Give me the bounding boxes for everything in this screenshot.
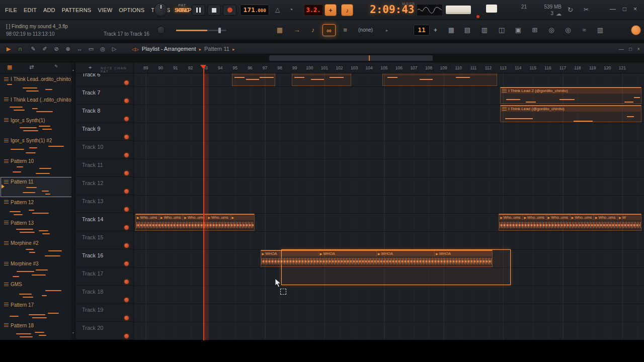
track-header[interactable]: Track 20 bbox=[75, 322, 133, 340]
add-track-button[interactable]: + bbox=[89, 64, 92, 70]
tools-icon[interactable]: ✂ bbox=[584, 6, 589, 13]
audio-clip[interactable]: ▶Who..ums▶Who..ums▶Who..ums▶Who..ums▶ bbox=[135, 214, 255, 231]
track-header[interactable]: Track 14 bbox=[75, 213, 133, 231]
picker-item[interactable]: Pattern 13 bbox=[1, 218, 72, 238]
picker-item[interactable]: Pattern 18 bbox=[1, 321, 72, 340]
paint-tool-icon[interactable]: ✐ bbox=[39, 43, 50, 54]
picker-item[interactable]: Pattern 10 bbox=[1, 156, 72, 176]
track-header[interactable]: Track 10 bbox=[75, 141, 133, 159]
time-display[interactable]: 2:09:43M:S:CS bbox=[370, 4, 415, 16]
menu-view[interactable]: VIEW bbox=[98, 7, 112, 13]
record-arm-dot[interactable] bbox=[124, 225, 129, 230]
playlist-maximize-button[interactable]: □ bbox=[629, 46, 632, 52]
track-header[interactable]: Track 17 bbox=[75, 267, 133, 286]
menu-patterns[interactable]: PATTERNS bbox=[62, 7, 92, 13]
picker-column-labels[interactable]: NOTE CHAN PAT bbox=[101, 66, 133, 73]
menu-file[interactable]: FILE bbox=[5, 7, 17, 13]
playlist-minimize-button[interactable]: — bbox=[619, 46, 624, 52]
pause-button[interactable] bbox=[192, 5, 205, 16]
record-arm-dot[interactable] bbox=[124, 280, 129, 284]
pattern-clip[interactable]: I Think Lead (@gordito_chinito) bbox=[500, 105, 641, 122]
help-round-button[interactable] bbox=[631, 25, 641, 35]
wait-icon[interactable]: ◔ bbox=[289, 6, 293, 13]
pattern-picker-icon[interactable]: ▦ bbox=[445, 24, 458, 36]
record-arm-dot[interactable] bbox=[124, 80, 129, 85]
track-header[interactable]: Track 18 bbox=[75, 286, 133, 304]
plugin-icon[interactable]: ◎ bbox=[545, 24, 558, 36]
record-arm-dot[interactable] bbox=[124, 243, 129, 248]
track-header[interactable]: Track 9 bbox=[75, 123, 133, 141]
arrange-icon[interactable]: → bbox=[290, 24, 303, 36]
record-arm-dot[interactable] bbox=[124, 316, 129, 320]
pattern-plus-button[interactable]: + bbox=[434, 27, 437, 34]
detach-icon[interactable]: ◁▷ bbox=[132, 47, 139, 52]
master-volume-knob[interactable] bbox=[154, 3, 168, 17]
mixer-icon[interactable]: ▥ bbox=[478, 24, 491, 36]
record-arm-dot[interactable] bbox=[124, 189, 129, 194]
select-tool-icon[interactable]: ▭ bbox=[86, 43, 97, 54]
pattern-number-display[interactable]: 11 bbox=[414, 25, 430, 36]
delete-tool-icon[interactable]: ⊘ bbox=[51, 43, 62, 54]
add-pattern-button[interactable]: + bbox=[325, 4, 337, 16]
record-arm-dot[interactable] bbox=[124, 334, 129, 338]
tempo-display[interactable]: 171.000 bbox=[240, 5, 269, 16]
position-display[interactable]: 3.2. bbox=[304, 5, 323, 16]
pat-mode-label[interactable]: PAT bbox=[175, 3, 189, 8]
playhead-marker[interactable] bbox=[200, 65, 206, 69]
track-header[interactable]: Track 12 bbox=[75, 177, 133, 195]
picker-item[interactable]: Morphine #2 bbox=[1, 238, 72, 258]
picker-item[interactable]: GMS bbox=[1, 280, 72, 300]
track-header[interactable]: Track 19 bbox=[75, 304, 133, 322]
channel-rack-icon[interactable]: ▣ bbox=[512, 24, 525, 36]
mute-tool-icon[interactable]: ⊗ bbox=[62, 43, 73, 54]
record-arm-dot[interactable] bbox=[124, 261, 129, 266]
browser-icon[interactable]: ▤ bbox=[461, 24, 474, 36]
picker-item[interactable]: I Think Lead (..rdito_chinito) bbox=[1, 95, 72, 115]
playback-tool-icon[interactable]: ▷ bbox=[109, 43, 120, 54]
knob-icon[interactable]: ◎ bbox=[561, 24, 575, 36]
track-header[interactable]: Track 15 bbox=[75, 231, 133, 249]
playlist-subtitle-text[interactable]: Pattern 11 bbox=[204, 46, 229, 52]
audio-clip[interactable]: ▶Who..ums▶Who..ums▶Who..ums▶Who..ums▶Who… bbox=[499, 214, 641, 231]
sync-icon[interactable]: ↻ bbox=[568, 6, 573, 14]
picker-edit-icon[interactable]: ✎ bbox=[54, 64, 58, 69]
play-tool-icon[interactable]: ▶ bbox=[3, 43, 14, 54]
stepseq-icon[interactable]: ▦ bbox=[273, 24, 286, 36]
picker-item[interactable]: Pattern 12 bbox=[1, 198, 72, 218]
record-arm-dot[interactable] bbox=[124, 117, 129, 121]
track-header[interactable]: Track 16 bbox=[75, 249, 133, 267]
scrollbar-thumb[interactable] bbox=[269, 55, 433, 61]
close-button[interactable]: × bbox=[633, 6, 637, 13]
record-arm-dot[interactable] bbox=[124, 153, 129, 157]
picker-item[interactable]: I Think Lead..ordito_chinito) bbox=[1, 74, 72, 95]
timeline-ruler[interactable]: 8990919293949596979899100101102103104105… bbox=[134, 62, 644, 73]
maximize-button[interactable]: □ bbox=[623, 6, 626, 13]
playlist-close-button[interactable]: × bbox=[637, 46, 640, 52]
picker-move-icon[interactable]: ⇄ bbox=[29, 64, 34, 70]
note-icon[interactable]: ♪ bbox=[306, 24, 319, 36]
typing-keyboard-icon[interactable]: ≡ bbox=[339, 24, 352, 36]
menu-add[interactable]: ADD bbox=[43, 7, 55, 13]
playlist-scrollbar[interactable] bbox=[0, 54, 644, 62]
pattern-clip[interactable]: I Think Lead 2 (@gordito_chinito) bbox=[500, 87, 641, 104]
picker-window-icon[interactable]: ▦ bbox=[7, 64, 12, 70]
record-arm-dot[interactable] bbox=[124, 99, 129, 103]
picker-item[interactable]: Morphine #3 bbox=[1, 259, 72, 279]
link-icon[interactable]: ∞ bbox=[323, 24, 336, 36]
metronome-icon[interactable]: △ bbox=[275, 6, 280, 13]
draw-tool-icon[interactable]: ✎ bbox=[28, 43, 39, 54]
picker-item[interactable]: Igor_s Synth(1) bbox=[1, 116, 72, 136]
track-header[interactable]: Track 8 bbox=[75, 105, 133, 123]
picker-scrollbar[interactable] bbox=[71, 62, 75, 340]
track-header[interactable]: Track 11 bbox=[75, 159, 133, 177]
picker-item[interactable]: Igor_s Synth(1) #2 bbox=[1, 136, 72, 156]
recycle-icon[interactable]: ▥ bbox=[594, 24, 607, 36]
pattern-note-button[interactable]: ♪ bbox=[341, 4, 353, 16]
magnet-tool-icon[interactable]: ∩ bbox=[15, 43, 26, 54]
master-pitch-slider[interactable] bbox=[176, 30, 226, 31]
picker-item[interactable]: Pattern 17 bbox=[1, 300, 72, 320]
piano-roll-icon[interactable]: ◫ bbox=[495, 24, 508, 36]
record-button[interactable] bbox=[223, 5, 236, 16]
pat-song-toggle[interactable]: PAT SONG bbox=[175, 3, 189, 13]
menu-options[interactable]: OPTIONS bbox=[119, 7, 144, 13]
